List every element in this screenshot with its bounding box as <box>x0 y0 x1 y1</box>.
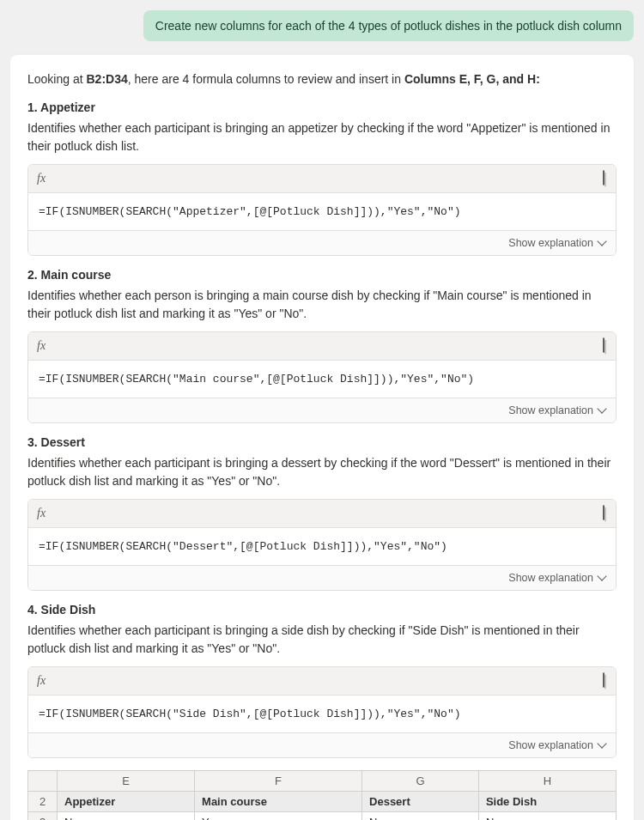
fx-label: fx <box>37 674 46 688</box>
row-number[interactable]: 3 <box>28 812 58 821</box>
row-number[interactable]: 2 <box>28 792 58 812</box>
chevron-down-icon <box>597 571 606 580</box>
formula-code[interactable]: =IF(ISNUMBER(SEARCH("Side Dish",[@[Potlu… <box>28 695 616 732</box>
chevron-down-icon <box>597 236 606 246</box>
section-desc: Identifies whether each person is bringi… <box>27 287 617 323</box>
col-header-row: E F G H <box>28 771 617 792</box>
section-desc: Identifies whether each participant is b… <box>27 454 617 490</box>
section-side-dish: 4. Side Dish Identifies whether each par… <box>27 603 617 758</box>
formula-code[interactable]: =IF(ISNUMBER(SEARCH("Appetizer",[@[Potlu… <box>28 193 616 230</box>
section-appetizer: 1. Appetizer Identifies whether each par… <box>27 100 617 256</box>
preview-table: E F G H 2 Appetizer Main course Dessert … <box>27 770 617 820</box>
explain-label: Show explanation <box>508 404 593 416</box>
copy-button[interactable] <box>602 337 607 355</box>
show-explanation-toggle[interactable]: Show explanation <box>28 565 616 590</box>
intro-mid: , here are 4 formula columns to review a… <box>128 72 404 86</box>
explain-label: Show explanation <box>508 739 593 751</box>
copy-icon <box>603 170 605 185</box>
section-desc: Identifies whether each participant is b… <box>27 119 617 155</box>
formula-header: fx <box>28 165 616 193</box>
formula-block: fx =IF(ISNUMBER(SEARCH("Appetizer",[@[Po… <box>27 164 617 256</box>
formula-block: fx =IF(ISNUMBER(SEARCH("Dessert",[@[Potl… <box>27 499 617 591</box>
show-explanation-toggle[interactable]: Show explanation <box>28 230 616 255</box>
intro-text: Looking at B2:D34, here are 4 formula co… <box>27 70 617 88</box>
assistant-card: Looking at B2:D34, here are 4 formula co… <box>10 55 634 820</box>
section-desc: Identifies whether each participant is b… <box>27 622 617 658</box>
corner-cell <box>28 771 58 792</box>
fx-label: fx <box>37 172 46 185</box>
fx-label: fx <box>37 507 46 520</box>
chevron-down-icon <box>597 738 606 748</box>
show-explanation-toggle[interactable]: Show explanation <box>28 732 616 757</box>
formula-block: fx =IF(ISNUMBER(SEARCH("Side Dish",[@[Po… <box>27 666 617 758</box>
show-explanation-toggle[interactable]: Show explanation <box>28 398 616 422</box>
intro-pre: Looking at <box>27 72 87 86</box>
col-header[interactable]: H <box>478 771 616 792</box>
intro-range: B2:D34 <box>87 72 128 86</box>
data-cell[interactable]: Yes <box>195 812 362 821</box>
col-header[interactable]: F <box>195 771 362 792</box>
copy-button[interactable] <box>602 672 607 689</box>
copy-button[interactable] <box>602 505 607 522</box>
formula-header: fx <box>28 667 616 695</box>
table-header-row: 2 Appetizer Main course Dessert Side Dis… <box>28 792 617 812</box>
col-header[interactable]: E <box>58 771 195 792</box>
section-dessert: 3. Dessert Identifies whether each parti… <box>27 435 617 591</box>
section-title: 2. Main course <box>27 268 617 282</box>
section-title: 3. Dessert <box>27 435 617 449</box>
fx-label: fx <box>37 339 46 353</box>
formula-header: fx <box>28 500 616 528</box>
data-cell[interactable]: No <box>478 812 616 821</box>
table-row: 3 No Yes No No <box>28 812 617 821</box>
user-message-bubble: Create new columns for each of the 4 typ… <box>143 10 634 41</box>
copy-icon <box>603 337 605 353</box>
header-cell[interactable]: Appetizer <box>58 792 195 812</box>
copy-button[interactable] <box>602 170 607 187</box>
explain-label: Show explanation <box>508 572 593 584</box>
explain-label: Show explanation <box>508 237 593 249</box>
header-cell[interactable]: Dessert <box>362 792 479 812</box>
section-title: 1. Appetizer <box>27 100 617 114</box>
section-main-course: 2. Main course Identifies whether each p… <box>27 268 617 423</box>
copy-icon <box>603 672 605 688</box>
section-title: 4. Side Dish <box>27 603 617 617</box>
header-cell[interactable]: Side Dish <box>478 792 616 812</box>
data-cell[interactable]: No <box>362 812 479 821</box>
header-cell[interactable]: Main course <box>195 792 362 812</box>
col-header[interactable]: G <box>362 771 479 792</box>
copy-icon <box>603 505 605 520</box>
formula-code[interactable]: =IF(ISNUMBER(SEARCH("Dessert",[@[Potluck… <box>28 528 616 565</box>
formula-block: fx =IF(ISNUMBER(SEARCH("Main course",[@[… <box>27 331 617 423</box>
intro-cols: Columns E, F, G, and H: <box>404 72 540 86</box>
data-cell[interactable]: No <box>58 812 195 821</box>
formula-code[interactable]: =IF(ISNUMBER(SEARCH("Main course",[@[Pot… <box>28 361 616 398</box>
formula-header: fx <box>28 332 616 361</box>
chevron-down-icon <box>597 404 606 413</box>
